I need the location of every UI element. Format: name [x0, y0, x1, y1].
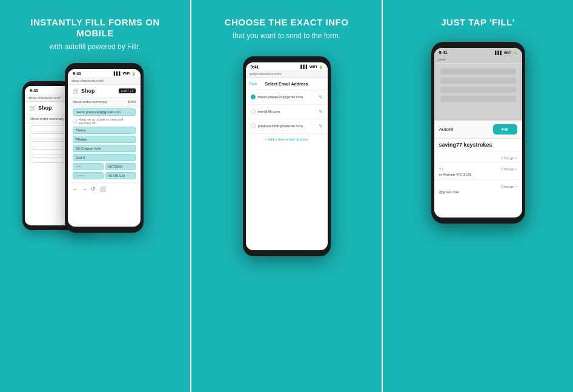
email-field-1: trevor.phelps34@gmail.com: [73, 108, 136, 116]
unit-field: Unit 6: [73, 154, 136, 161]
checkbox-icon: [73, 119, 77, 123]
address-field: 33 Chapter Ave: [73, 145, 136, 152]
share-icon[interactable]: ⬜: [99, 186, 106, 192]
email-address-3: phelpsie1988@hotmail.com: [258, 124, 303, 128]
email-address-2: trev@fillr.com: [258, 110, 280, 113]
country-value: AUSTRALIA: [105, 172, 136, 179]
email-option-3[interactable]: phelpsie1988@hotmail.com ✎: [246, 119, 328, 134]
refresh-icon[interactable]: ↺: [91, 186, 96, 192]
back-arrow-icon[interactable]: ←: [73, 186, 78, 192]
panel-1-subtitle: with autofill powered by Fillr.: [50, 42, 141, 52]
phone-2-wrapper: 9:41 ▌▌▌ WiFi 🔋 shop.checkout.com/ Back …: [243, 56, 331, 256]
phone-notch-1: [89, 63, 119, 68]
shop-header-1: 🛒 Shop CART | 1: [68, 85, 141, 98]
time-back: 9:41: [30, 88, 38, 93]
status-bar-2: 9:41 ▌▌▌ WiFi 🔋: [246, 62, 328, 70]
panel-1: INSTANTLY FILL FORMS ON MOBILE with auto…: [0, 0, 191, 392]
back-button[interactable]: Back: [250, 82, 257, 85]
change-row-1: Change >: [434, 151, 522, 162]
select-title: Select Email Address: [265, 82, 308, 86]
state-label: State: [76, 165, 81, 168]
checkbox-row: Keep me up to date on news and exclusive…: [73, 118, 136, 125]
panel-2-title: CHOOSE THE EXACT INFO: [225, 17, 349, 28]
info-label-2: SS: [439, 167, 444, 171]
status-bar-3: 9:41 ▌▌▌ WiFi 🔋: [434, 48, 522, 56]
blurred-form: [434, 64, 522, 107]
forward-arrow-icon[interactable]: →: [82, 186, 87, 192]
time-3: 9:41: [439, 50, 448, 55]
shop-title-back: Shop: [38, 105, 52, 111]
app-container: INSTANTLY FILL FORMS ON MOBILE with auto…: [0, 0, 573, 392]
email-address-1: trevor.phelps34@gmail.com: [258, 95, 303, 99]
shop-logo-1: 🛒 Shop: [73, 88, 95, 94]
phone-3-wrapper: 9:41 ▌▌▌ WiFi 🔋 com/: [431, 42, 525, 224]
email-option-1-left: trevor.phelps34@gmail.com: [251, 95, 303, 99]
email-option-1[interactable]: trevor.phelps34@gmail.com ✎: [246, 90, 328, 105]
state-country-row: State VICTORIA: [73, 163, 136, 170]
edit-icon-3[interactable]: ✎: [319, 124, 323, 129]
change-row-3: Change >: [434, 179, 522, 190]
panel-2-subtitle: that you want to send to the form.: [233, 31, 340, 41]
blurred-field-3: [440, 87, 516, 93]
autofill-bar: Autofill Fill: [434, 121, 522, 139]
phone-notch-2: [271, 56, 302, 61]
browser-bar-3: com/: [434, 56, 522, 64]
browser-bar-2: shop.checkout.com/: [246, 70, 328, 78]
phone-1-wrapper: 9:41 ▌▌▌ WiFi 🔋 shop.checkout.com/ 🛒 Sho…: [47, 63, 144, 233]
blurred-field-2: [440, 78, 516, 84]
cart-badge: CART | 1: [119, 88, 136, 93]
shop-logo-back: 🛒 Shop: [30, 105, 52, 111]
phone-screen-2: 9:41 ▌▌▌ WiFi 🔋 shop.checkout.com/ Back …: [246, 62, 328, 250]
status-bar-1: 9:41 ▌▌▌ WiFi 🔋: [68, 69, 141, 77]
add-email-button[interactable]: + Add a new email address: [246, 134, 328, 145]
phone-screen-1: 9:41 ▌▌▌ WiFi 🔋 shop.checkout.com/ 🛒 Sho…: [68, 69, 141, 227]
change-link-2[interactable]: Change >: [501, 167, 517, 171]
country-label-field: Country: [73, 172, 104, 179]
email-option-2-left: trev@fillr.com: [251, 109, 280, 114]
order-summary-1: Show order summary $468: [68, 98, 141, 107]
radio-unselected-icon-1: [251, 109, 256, 114]
change-row-2: SS Change >: [434, 162, 522, 173]
email-option-3-left: phelpsie1988@hotmail.com: [251, 124, 303, 128]
country-row: Country AUSTRALIA: [73, 172, 136, 179]
panel-2: CHOOSE THE EXACT INFO that you want to s…: [191, 0, 383, 392]
panel-3-title: JUST TAP 'FILL': [441, 17, 515, 28]
phone-3: 9:41 ▌▌▌ WiFi 🔋 com/: [431, 42, 525, 224]
panel-3: JUST TAP 'FILL' 9:41 ▌▌▌ WiFi 🔋: [383, 0, 573, 392]
blurred-field-1: [440, 68, 516, 75]
keystroke-count: 77: [456, 142, 462, 148]
phone-front: 9:41 ▌▌▌ WiFi 🔋 shop.checkout.com/ 🛒 Sho…: [65, 63, 144, 233]
form-background: 9:41 ▌▌▌ WiFi 🔋 com/: [434, 48, 522, 121]
status-icons-1: ▌▌▌ WiFi 🔋: [114, 71, 136, 76]
edit-icon-2[interactable]: ✎: [319, 109, 323, 115]
radio-selected-icon: [251, 95, 256, 99]
select-header: Back Select Email Address: [246, 78, 328, 90]
info-value-3: @gmail.com: [434, 190, 522, 197]
change-link-3[interactable]: Change >: [501, 185, 517, 188]
change-link-1[interactable]: Change >: [501, 156, 517, 160]
phone-2: 9:41 ▌▌▌ WiFi 🔋 shop.checkout.com/ Back …: [243, 56, 331, 256]
state-value: VICTORIA: [105, 163, 136, 170]
checkbox-label: Keep me up to date on news and exclusive…: [79, 118, 136, 125]
panel-1-title: INSTANTLY FILL FORMS ON MOBILE: [12, 17, 178, 39]
last-name-field: Phelps: [73, 136, 136, 143]
status-icons-2: ▌▌▌ WiFi 🔋: [300, 65, 322, 69]
radio-unselected-icon-2: [251, 124, 256, 128]
phone-notch-3: [463, 42, 493, 47]
keystroke-info: saving77 keystrokes: [434, 139, 522, 151]
edit-icon-1[interactable]: ✎: [319, 95, 323, 100]
autofill-panel: Autofill Fill saving77 keystrokes Change…: [434, 121, 522, 197]
shop-title-1: Shop: [81, 88, 95, 94]
email-option-2[interactable]: trev@fillr.com ✎: [246, 105, 328, 119]
status-icons-3: ▌▌▌ WiFi 🔋: [495, 50, 517, 55]
first-name-field: Trevor: [73, 127, 136, 134]
browser-nav-1: ← → ↺ ⬜: [68, 182, 141, 195]
state-field: State: [73, 163, 104, 170]
browser-bar-1: shop.checkout.com/: [68, 77, 141, 85]
time-2: 9:41: [251, 65, 259, 69]
time-1: 9:41: [73, 71, 81, 76]
phone-screen-3: 9:41 ▌▌▌ WiFi 🔋 com/: [434, 48, 522, 218]
fill-button[interactable]: Fill: [493, 124, 517, 135]
autofill-label: Autofill: [439, 127, 454, 132]
blurred-field-4: [440, 96, 516, 102]
